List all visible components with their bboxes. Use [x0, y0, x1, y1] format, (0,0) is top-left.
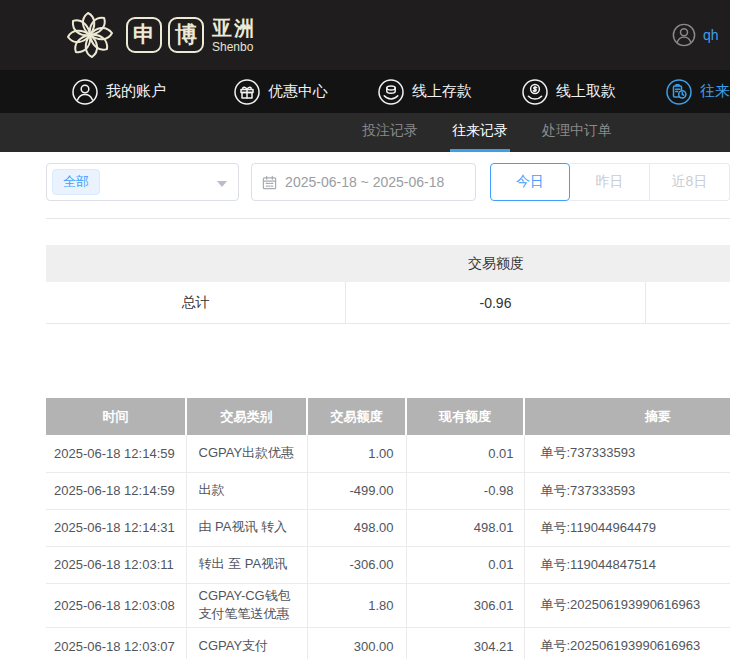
cell-note: 单号:737333593	[524, 435, 730, 472]
date-range-text: 2025-06-18 ~ 2025-06-18	[285, 174, 444, 190]
tab-transaction-records[interactable]: 往来记录	[450, 113, 510, 152]
cell-time: 2025-06-18 12:03:08	[46, 583, 186, 628]
logo-subtitle: Shenbo	[212, 41, 256, 53]
col-header-amount: 交易额度	[307, 398, 406, 435]
calendar-icon	[262, 175, 277, 190]
nav-item-promotions[interactable]: 优惠中心	[234, 79, 328, 105]
col-header-balance: 现有额度	[406, 398, 524, 435]
cell-amount: 300.00	[307, 628, 406, 659]
logo-region-block: 亚洲 Shenbo	[212, 18, 256, 53]
logo-char-bo: 博	[168, 17, 204, 53]
logo-region-text: 亚洲	[212, 18, 256, 38]
table-row: 2025-06-18 12:03:07CGPAY支付300.00304.21单号…	[46, 628, 730, 659]
withdraw-money-icon	[522, 79, 548, 105]
cell-note: 单号:119044964479	[524, 509, 730, 546]
col-header-time: 时间	[46, 398, 186, 435]
cell-balance: 304.21	[406, 628, 524, 659]
avatar-icon	[672, 23, 696, 47]
yesterday-button[interactable]: 昨日	[570, 163, 650, 201]
tab-pending-orders[interactable]: 处理中订单	[540, 113, 614, 152]
summary-total-label: 总计	[46, 282, 346, 323]
summary-header-title: 交易额度	[346, 255, 646, 273]
table-header-row: 时间 交易类别 交易额度 现有额度 摘要	[46, 398, 730, 435]
cell-time: 2025-06-18 12:14:59	[46, 472, 186, 509]
username-text: qh	[703, 27, 719, 43]
transactions-table: 时间 交易类别 交易额度 现有额度 摘要 2025-06-18 12:14:59…	[46, 398, 730, 659]
cell-type: CGPAY-CG钱包支付笔笔送优惠	[186, 583, 307, 628]
cell-type: 由 PA视讯 转入	[186, 509, 307, 546]
logo-char-shen: 申	[126, 17, 162, 53]
chevron-down-icon	[217, 181, 227, 187]
cell-amount: -499.00	[307, 472, 406, 509]
cell-amount: 1.80	[307, 583, 406, 628]
nav-item-my-account[interactable]: 我的账户	[72, 79, 166, 105]
cell-note: 单号:119044847514	[524, 546, 730, 583]
summary-empty-cell	[646, 282, 730, 323]
summary-total-value: -0.96	[346, 282, 646, 323]
section-divider	[46, 218, 730, 219]
category-select[interactable]: 全部	[46, 163, 239, 201]
cell-amount: -306.00	[307, 546, 406, 583]
selected-category-tag[interactable]: 全部	[52, 169, 100, 195]
deposit-coins-icon	[378, 79, 404, 105]
table-row: 2025-06-18 12:03:08CGPAY-CG钱包支付笔笔送优惠1.80…	[46, 583, 730, 628]
table-row: 2025-06-18 12:03:11转出 至 PA视讯-306.000.01单…	[46, 546, 730, 583]
tab-betting-records[interactable]: 投注记录	[360, 113, 420, 152]
cell-time: 2025-06-18 12:14:31	[46, 509, 186, 546]
nav-label: 我的账户	[106, 82, 166, 101]
summary-table: 交易额度 总计 -0.96	[46, 245, 730, 324]
cell-note: 单号:737333593	[524, 472, 730, 509]
filter-bar: 全部 2025-06-18 ~ 2025-06-18 今日 昨日 近8日	[46, 163, 730, 201]
table-row: 2025-06-18 12:14:59CGPAY出款优惠1.000.01单号:7…	[46, 435, 730, 472]
cell-balance: 0.01	[406, 546, 524, 583]
summary-total-row: 总计 -0.96	[46, 282, 730, 324]
cell-type: CGPAY支付	[186, 628, 307, 659]
table-row: 2025-06-18 12:14:31由 PA视讯 转入498.00498.01…	[46, 509, 730, 546]
cell-time: 2025-06-18 12:14:59	[46, 435, 186, 472]
cell-type: 转出 至 PA视讯	[186, 546, 307, 583]
cell-type: CGPAY出款优惠	[186, 435, 307, 472]
record-tabs: 投注记录 往来记录 处理中订单	[0, 113, 730, 152]
today-button[interactable]: 今日	[490, 163, 570, 201]
cell-time: 2025-06-18 12:03:11	[46, 546, 186, 583]
date-range-input[interactable]: 2025-06-18 ~ 2025-06-18	[251, 163, 476, 201]
cell-balance: -0.98	[406, 472, 524, 509]
lotus-flower-icon	[64, 9, 116, 61]
brand-logo: 申 博 亚洲 Shenbo	[64, 9, 256, 61]
col-header-note: 摘要	[524, 398, 730, 435]
records-clock-icon	[666, 79, 692, 105]
table-header: 时间 交易类别 交易额度 现有额度 摘要	[46, 398, 730, 435]
cell-type: 出款	[186, 472, 307, 509]
main-nav: 我的账户 优惠中心 线上存款	[0, 70, 730, 113]
gift-icon	[234, 79, 260, 105]
nav-item-deposit[interactable]: 线上存款	[378, 79, 472, 105]
nav-label: 优惠中心	[268, 82, 328, 101]
table-row: 2025-06-18 12:14:59出款-499.00-0.98单号:7373…	[46, 472, 730, 509]
user-account[interactable]: qh	[672, 0, 719, 70]
cell-amount: 498.00	[307, 509, 406, 546]
nav-label: 往来记录	[700, 82, 730, 101]
summary-header-row: 交易额度	[46, 245, 730, 282]
cell-note: 单号:202506193990616963	[524, 583, 730, 628]
cell-balance: 0.01	[406, 435, 524, 472]
cell-note: 单号:202506193990616963	[524, 628, 730, 659]
top-header: 申 博 亚洲 Shenbo qh	[0, 0, 730, 70]
cell-balance: 306.01	[406, 583, 524, 628]
page: 申 博 亚洲 Shenbo qh 我的账户	[0, 0, 730, 659]
nav-item-withdraw[interactable]: 线上取款	[522, 79, 616, 105]
col-header-type: 交易类别	[186, 398, 307, 435]
cell-balance: 498.01	[406, 509, 524, 546]
user-circle-icon	[72, 79, 98, 105]
nav-label: 线上存款	[412, 82, 472, 101]
quick-date-buttons: 今日 昨日 近8日	[490, 163, 730, 201]
nav-item-records[interactable]: 往来记录	[666, 79, 730, 105]
table-body: 2025-06-18 12:14:59CGPAY出款优惠1.000.01单号:7…	[46, 435, 730, 659]
last-8-days-button[interactable]: 近8日	[650, 163, 730, 201]
cell-amount: 1.00	[307, 435, 406, 472]
nav-label: 线上取款	[556, 82, 616, 101]
cell-time: 2025-06-18 12:03:07	[46, 628, 186, 659]
